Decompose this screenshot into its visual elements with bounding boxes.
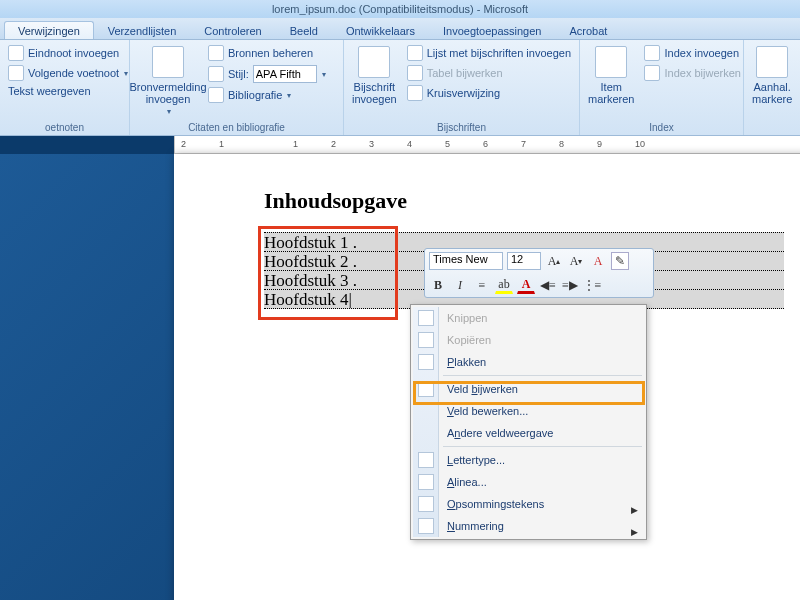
context-menu-item-nummering[interactable]: Nummering▶ bbox=[413, 515, 644, 537]
volgende-voetnoot-button[interactable]: Volgende voetnoot▾ bbox=[6, 64, 130, 82]
kruisverwijzing-button[interactable]: Kruisverwijzing bbox=[405, 84, 573, 102]
menu-item-icon bbox=[418, 452, 434, 468]
format-painter-icon[interactable]: ✎ bbox=[611, 252, 629, 270]
context-menu-item-alinea-[interactable]: Alinea... bbox=[413, 471, 644, 493]
workspace: Inhoudsopgave Hoofdstuk 1 . Hoofdstuk 2 … bbox=[0, 154, 800, 600]
bibliography-icon bbox=[208, 87, 224, 103]
shrink-font-button[interactable]: A▾ bbox=[567, 252, 585, 270]
font-family-select[interactable]: Times New bbox=[429, 252, 503, 270]
citation-icon bbox=[152, 46, 184, 78]
group-label-bijschriften: Bijschriften bbox=[350, 122, 573, 135]
highlight-button[interactable]: ab bbox=[495, 276, 513, 294]
chevron-down-icon: ▾ bbox=[287, 91, 291, 100]
context-menu-item-kopi-ren: Kopiëren bbox=[413, 329, 644, 351]
tab-verzendlijsten[interactable]: Verzendlijsten bbox=[94, 21, 191, 39]
context-menu-item-lettertype-[interactable]: Lettertype... bbox=[413, 449, 644, 471]
aanhaling-markeren-button[interactable]: Aanhal. markere bbox=[750, 44, 794, 133]
tab-controleren[interactable]: Controleren bbox=[190, 21, 275, 39]
style-input[interactable] bbox=[253, 65, 317, 83]
eindnoot-invoegen-button[interactable]: Eindnoot invoegen bbox=[6, 44, 130, 62]
font-color-button[interactable]: A bbox=[517, 276, 535, 294]
mark-item-icon bbox=[595, 46, 627, 78]
index-update-icon bbox=[644, 65, 660, 81]
lijst-bijschriften-button[interactable]: Lijst met bijschriften invoegen bbox=[405, 44, 573, 62]
group-label-bronvermeldingen bbox=[750, 133, 788, 135]
tabel-bijwerken-button: Tabel bijwerken bbox=[405, 64, 573, 82]
tab-acrobat[interactable]: Acrobat bbox=[555, 21, 621, 39]
chevron-down-icon: ▾ bbox=[322, 70, 326, 79]
context-menu-item-plakken[interactable]: Plakken bbox=[413, 351, 644, 373]
font-size-select[interactable]: 12 bbox=[507, 252, 541, 270]
chevron-down-icon: ▾ bbox=[124, 69, 128, 78]
tab-ontwikkelaars[interactable]: Ontwikkelaars bbox=[332, 21, 429, 39]
manage-sources-icon bbox=[208, 45, 224, 61]
index-insert-icon bbox=[644, 45, 660, 61]
tab-invoegtoepassingen[interactable]: Invoegtoepassingen bbox=[429, 21, 555, 39]
list-icon bbox=[407, 45, 423, 61]
ribbon: Eindnoot invoegen Volgende voetnoot▾ Tek… bbox=[0, 40, 800, 136]
context-menu-item-knippen: Knippen bbox=[413, 307, 644, 329]
context-menu-item-opsommingstekens[interactable]: Opsommingstekens▶ bbox=[413, 493, 644, 515]
group-label-voetnoten: oetnoten bbox=[6, 122, 123, 135]
context-menu-separator bbox=[443, 446, 642, 447]
submenu-arrow-icon: ▶ bbox=[631, 521, 638, 543]
ribbon-tabs: Verwijzingen Verzendlijsten Controleren … bbox=[0, 18, 800, 40]
bronnen-beheren-button[interactable]: Bronnen beheren bbox=[206, 44, 328, 62]
update-table-icon bbox=[407, 65, 423, 81]
styles-icon[interactable]: A bbox=[589, 252, 607, 270]
context-menu-separator bbox=[443, 375, 642, 376]
heading-inhoudsopgave: Inhoudsopgave bbox=[264, 188, 784, 214]
bronvermelding-invoegen-button[interactable]: Bronvermelding invoegen ▾ bbox=[136, 44, 200, 122]
endnote-icon bbox=[8, 45, 24, 61]
mini-toolbar[interactable]: Times New 12 A▴ A▾ A ✎ B I ≡ ab A ◀≡ ≡▶ … bbox=[424, 248, 654, 298]
bijschrift-invoegen-button[interactable]: Bijschrift invoegen bbox=[350, 44, 399, 122]
group-label-index: Index bbox=[586, 122, 737, 135]
menu-item-icon bbox=[418, 310, 434, 326]
tab-beeld[interactable]: Beeld bbox=[276, 21, 332, 39]
bibliografie-button[interactable]: Bibliografie▾ bbox=[206, 86, 328, 104]
context-menu: KnippenKopiërenPlakkenVeld bijwerkenVeld… bbox=[410, 304, 647, 540]
chevron-down-icon: ▾ bbox=[167, 108, 171, 117]
context-menu-item-andere-veldweergave[interactable]: Andere veldweergave bbox=[413, 422, 644, 444]
menu-item-icon bbox=[418, 332, 434, 348]
menu-item-icon bbox=[418, 496, 434, 512]
caption-icon bbox=[358, 46, 390, 78]
crossref-icon bbox=[407, 85, 423, 101]
align-center-button[interactable]: ≡ bbox=[473, 276, 491, 294]
bullets-button[interactable]: ⋮≡ bbox=[583, 276, 601, 294]
index-bijwerken-button: Index bijwerken bbox=[642, 64, 742, 82]
bold-button[interactable]: B bbox=[429, 276, 447, 294]
context-menu-item-veld-bewerken-[interactable]: Veld bewerken... bbox=[413, 400, 644, 422]
citation-mark-icon bbox=[756, 46, 788, 78]
title-bar: lorem_ipsum.doc (Compatibiliteitsmodus) … bbox=[0, 0, 800, 18]
item-markeren-button[interactable]: Item markeren bbox=[586, 44, 636, 122]
italic-button[interactable]: I bbox=[451, 276, 469, 294]
grow-font-button[interactable]: A▴ bbox=[545, 252, 563, 270]
menu-item-icon bbox=[418, 474, 434, 490]
context-menu-item-veld-bijwerken[interactable]: Veld bijwerken bbox=[413, 378, 644, 400]
tekst-weergeven-button[interactable]: Tekst weergeven bbox=[6, 84, 130, 98]
menu-item-icon bbox=[418, 518, 434, 534]
tab-verwijzingen[interactable]: Verwijzingen bbox=[4, 21, 94, 39]
menu-item-icon bbox=[418, 354, 434, 370]
decrease-indent-button[interactable]: ◀≡ bbox=[539, 276, 557, 294]
stijl-selector[interactable]: Stijl: ▾ bbox=[206, 64, 328, 84]
increase-indent-button[interactable]: ≡▶ bbox=[561, 276, 579, 294]
group-label-citaten: Citaten en bibliografie bbox=[136, 122, 337, 135]
index-invoegen-button[interactable]: Index invoegen bbox=[642, 44, 742, 62]
style-icon bbox=[208, 66, 224, 82]
menu-item-icon bbox=[418, 381, 434, 397]
horizontal-ruler[interactable]: 2 1 1 2 3 4 5 6 7 8 9 10 bbox=[174, 136, 800, 154]
next-footnote-icon bbox=[8, 65, 24, 81]
